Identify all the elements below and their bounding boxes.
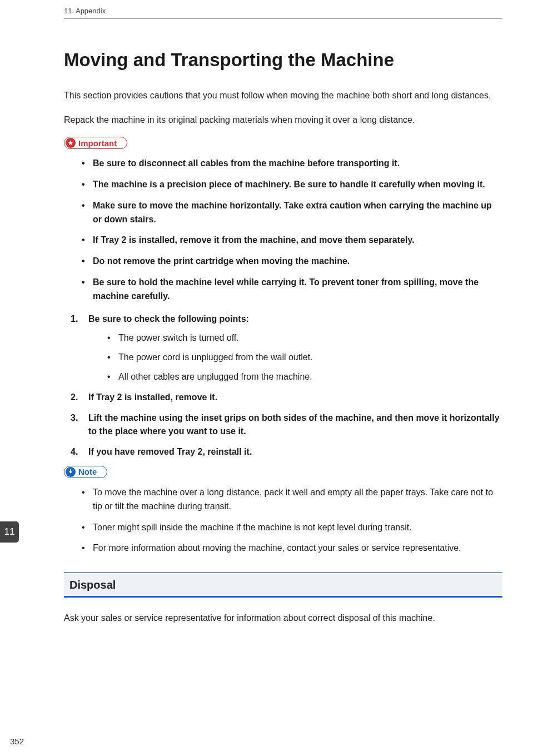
note-list: To move the machine over a long distance… <box>64 486 502 555</box>
running-header: 11. Appendix <box>64 7 502 15</box>
step-sublist: The power switch is turned off. The powe… <box>88 331 502 384</box>
important-item: Be sure to hold the machine level while … <box>81 276 502 304</box>
important-item: If Tray 2 is installed, remove it from t… <box>81 233 502 247</box>
important-item: Make sure to move the machine horizontal… <box>81 199 502 227</box>
section-box: Disposal <box>64 572 502 598</box>
star-icon <box>66 138 76 148</box>
header-rule <box>64 18 502 19</box>
sub-item: All other cables are unplugged from the … <box>106 370 502 384</box>
chapter-tab: 11 <box>0 521 19 543</box>
note-item: To move the machine over a long distance… <box>81 486 502 514</box>
note-item: Toner might spill inside the machine if … <box>81 521 502 535</box>
important-list: Be sure to disconnect all cables from th… <box>64 157 502 303</box>
important-item: Do not remove the print cartridge when m… <box>81 255 502 268</box>
section-heading: Disposal <box>69 579 497 591</box>
document-page: 11. Appendix Moving and Transporting the… <box>0 0 533 646</box>
sub-item: The power cord is unplugged from the wal… <box>106 351 502 365</box>
procedure-steps: Be sure to check the following points: T… <box>64 312 502 459</box>
down-arrow-icon <box>66 467 76 477</box>
intro-paragraph: This section provides cautions that you … <box>64 88 502 103</box>
step-item: If Tray 2 is installed, remove it. <box>71 391 502 405</box>
page-number: 352 <box>10 737 24 746</box>
important-item: The machine is a precision piece of mach… <box>81 178 502 192</box>
section-text: Ask your sales or service representative… <box>64 611 502 625</box>
sub-item: The power switch is turned off. <box>106 331 502 345</box>
note-item: For more information about moving the ma… <box>81 541 502 555</box>
step-item: Lift the machine using the inset grips o… <box>71 411 502 439</box>
note-callout: Note <box>64 466 107 478</box>
important-callout: Important <box>64 137 127 149</box>
important-label: Important <box>78 138 117 148</box>
step-item: If you have removed Tray 2, reinstall it… <box>71 445 502 459</box>
section-body: Disposal <box>64 574 502 598</box>
section-rule <box>64 572 502 573</box>
step-text: Be sure to check the following points: <box>88 314 249 324</box>
step-item: Be sure to check the following points: T… <box>71 312 502 384</box>
important-item: Be sure to disconnect all cables from th… <box>81 157 502 171</box>
page-title: Moving and Transporting the Machine <box>64 49 502 71</box>
intro-paragraph: Repack the machine in its original packi… <box>64 113 502 127</box>
note-label: Note <box>78 467 97 476</box>
